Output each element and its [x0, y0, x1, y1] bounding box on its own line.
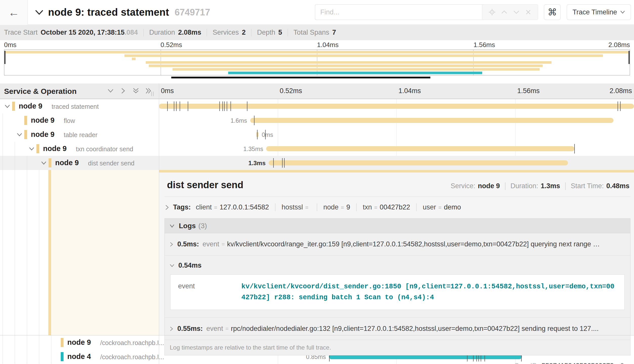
span-row-tree-cell[interactable]: node 9txn coordinator send [0, 142, 159, 156]
minimap-span-row [146, 61, 552, 64]
span-bar[interactable] [266, 146, 575, 151]
span-row-tree-cell[interactable]: node 4/cockroach.roachpb.I... [0, 350, 159, 364]
expand-one-icon[interactable] [120, 88, 126, 94]
span-row-tree-cell[interactable]: node 9traced statement [0, 99, 159, 113]
tag-item: user=demo [423, 203, 467, 211]
operation-name: /cockroach.roachpb.I... [100, 353, 164, 361]
span-row-tree-cell[interactable]: node 9dist sender send [0, 156, 159, 170]
span-row-timeline-cell[interactable]: 1.3ms [159, 156, 634, 170]
detail-meta-value: node 9 [478, 182, 500, 190]
find-next-icon[interactable] [513, 9, 520, 16]
detail-bottom-border [0, 335, 634, 335]
operation-name: table reader [64, 131, 97, 139]
match-target-icon[interactable] [488, 8, 496, 16]
trace-view-dropdown[interactable]: Trace Timeline [567, 4, 631, 20]
back-button[interactable]: ← [0, 0, 28, 25]
timeline-tick-label: 1.04ms [398, 87, 421, 95]
span-detail-header: dist sender send Service:node 9Duration:… [164, 180, 631, 190]
log-timestamp: 0.54ms [178, 262, 202, 269]
span-row[interactable]: node 9dist sender send1.3ms [0, 156, 634, 170]
service-name: node 9 [43, 144, 67, 153]
log-timestamp: 0.55ms: [177, 325, 203, 333]
timeline-tick-label: 0ms [161, 87, 174, 95]
span-row-tree-cell[interactable]: node 9flow [0, 113, 159, 127]
log-value: rpc/nodedialer/nodedialer.go:132 [n9,cli… [231, 325, 599, 333]
tree-indent-guide [3, 335, 3, 350]
span-row[interactable]: node 9txn coordinator send1.35ms [0, 142, 634, 156]
tree-chevron-down-icon[interactable] [29, 146, 34, 152]
tags-chevron-right-icon [164, 204, 170, 210]
tree-indent-guide [27, 170, 27, 335]
log-chevron-down-icon [169, 263, 175, 268]
span-bar[interactable] [250, 118, 614, 123]
service-name: node 4 [67, 352, 91, 361]
find-prev-icon[interactable] [501, 9, 508, 16]
span-log-marker [265, 130, 266, 139]
service-color-swatch [49, 158, 51, 167]
span-row[interactable]: node 9traced statement [0, 99, 634, 113]
span-id-value: 5597415943526560273 [542, 362, 614, 364]
panel-divider[interactable] [159, 83, 159, 364]
tree-indent-guide [3, 142, 3, 156]
span-row-timeline-cell[interactable] [159, 99, 634, 113]
logs-title: Logs [179, 222, 196, 230]
tags-row[interactable]: Tags: client=127.0.0.1:54582hostssl=node… [164, 203, 631, 211]
operation-name: flow [64, 117, 75, 124]
logs-header[interactable]: Logs (3) [165, 219, 630, 233]
log-expanded-header[interactable]: 0.54ms [165, 255, 630, 272]
span-row[interactable]: node 9table reader0ms [0, 127, 634, 142]
keyboard-shortcuts-button[interactable]: ⌘ [544, 4, 561, 20]
minimap-right-scrubber[interactable] [628, 51, 630, 64]
collapse-one-icon[interactable] [107, 88, 114, 94]
find-input[interactable] [315, 4, 482, 20]
log-equals: = [225, 326, 229, 332]
span-row-timeline-cell[interactable]: 1.6ms [159, 113, 634, 127]
detail-divider [164, 197, 630, 197]
tag-value: 9 [346, 203, 350, 211]
find-clear-icon[interactable] [525, 9, 532, 16]
summary-item: Services2 [213, 29, 246, 36]
span-row-tree-cell[interactable]: node 9table reader [0, 127, 159, 142]
trace-minimap[interactable] [4, 50, 630, 75]
tree-indent-guide [15, 170, 15, 335]
title-area: node 9: traced statement 6749717 [35, 0, 210, 25]
service-name: node 9 [55, 159, 79, 167]
tag-key: hostssl [282, 203, 303, 211]
timeline-tick-label: 2.08ms [609, 87, 632, 95]
tree-indent-guide [39, 350, 39, 364]
span-row-timeline-cell[interactable]: 0ms [159, 127, 634, 142]
log-line[interactable]: 0.55ms:event=rpc/nodedialer/nodedialer.g… [165, 318, 630, 340]
tree-indent-guide [3, 156, 3, 170]
deep-link-icon[interactable] [617, 362, 625, 364]
detail-meta-label: Service: [451, 182, 475, 190]
page-title: node 9: traced statement [48, 7, 169, 18]
span-row-timeline-cell[interactable]: 1.35ms [159, 142, 634, 156]
expand-all-icon[interactable] [145, 88, 152, 94]
tree-chevron-down-icon[interactable] [17, 132, 22, 138]
service-name: node 9 [31, 116, 54, 124]
log-detail-key: event [178, 281, 241, 303]
span-log-marker [574, 144, 575, 154]
collapse-all-icon[interactable] [133, 88, 139, 94]
log-line[interactable]: 0.5ms:event=kv/kvclient/kvcoord/range_it… [165, 233, 630, 255]
summary-item: Depth5 [257, 29, 282, 36]
collapse-trace-chevron-icon[interactable] [35, 9, 44, 16]
span-bar[interactable] [269, 160, 568, 165]
span-log-marker [167, 101, 168, 111]
column-resizer-grip[interactable] [151, 92, 154, 96]
span-log-marker [230, 101, 231, 111]
span-row[interactable]: node 9flow1.6ms [0, 113, 634, 127]
service-name: node 9 [19, 102, 42, 110]
tag-key: client [196, 203, 212, 211]
minimap-tick-label: 1.56ms [474, 41, 495, 49]
operation-name: txn coordinator send [76, 145, 133, 153]
selected-span-color-line [48, 170, 51, 335]
span-row-tree-cell[interactable]: node 9/cockroach.roachpb.I... [0, 335, 159, 350]
log-detail-box: eventkv/kvclient/kvcoord/dist_sender.go:… [170, 274, 625, 310]
minimap-left-scrubber[interactable] [4, 51, 6, 64]
tree-chevron-down-icon[interactable] [5, 104, 10, 110]
tree-chevron-down-icon[interactable] [41, 160, 47, 166]
minimap-span-row [132, 58, 136, 60]
timeline-table-header: Service & Operation 0ms0.52ms1.04ms1.56m… [0, 83, 634, 99]
minimap-viewport-bar[interactable] [171, 77, 430, 78]
